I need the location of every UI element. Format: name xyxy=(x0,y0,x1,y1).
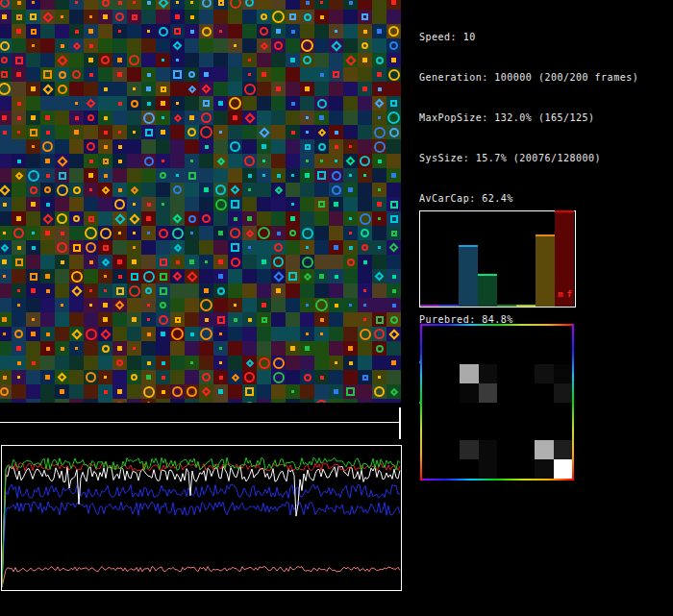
organism-marker xyxy=(100,329,111,339)
organism-marker xyxy=(46,347,50,351)
organism-marker xyxy=(176,174,179,177)
organism-marker xyxy=(174,244,182,252)
world-cell xyxy=(127,370,141,384)
world-cell xyxy=(12,0,26,10)
organism-marker xyxy=(229,97,241,110)
world-cell xyxy=(286,168,300,183)
world-cell xyxy=(55,298,69,312)
world-cell xyxy=(314,139,329,154)
world-cell xyxy=(300,283,314,298)
world-cell xyxy=(12,226,26,240)
world-cell xyxy=(55,211,69,226)
world-cell xyxy=(386,38,401,53)
stat-avcarcap: AvCarCap: 62.4% xyxy=(419,189,638,209)
organism-marker xyxy=(363,174,366,177)
world-cell xyxy=(98,226,112,240)
world-cell xyxy=(213,370,228,384)
organism-marker xyxy=(262,160,265,162)
organism-marker xyxy=(273,357,285,369)
world-cell xyxy=(242,384,257,399)
world-cell xyxy=(314,399,329,403)
organism-marker xyxy=(143,271,155,283)
organism-marker xyxy=(218,389,223,394)
world-cell xyxy=(141,10,156,24)
world-cell xyxy=(156,24,170,38)
world-cell xyxy=(257,298,271,312)
bar-cap xyxy=(497,305,516,307)
organism-marker xyxy=(3,203,7,207)
world-cell xyxy=(286,154,300,168)
organism-marker xyxy=(348,346,353,351)
world-cell xyxy=(12,183,26,197)
world-cell xyxy=(127,255,141,269)
world-cell xyxy=(98,370,112,384)
world-cell xyxy=(300,168,314,183)
matrix-cell xyxy=(535,421,554,440)
organism-marker xyxy=(45,375,50,380)
world-cell xyxy=(257,226,271,240)
world-cell xyxy=(358,370,372,384)
world-cell xyxy=(199,154,213,168)
world-cell xyxy=(0,53,12,67)
world-cell xyxy=(40,82,55,96)
world-cell xyxy=(271,197,286,211)
world-cell xyxy=(228,240,242,255)
organism-marker xyxy=(202,214,211,223)
world-cell xyxy=(386,255,401,269)
world-cell xyxy=(358,226,372,240)
organism-marker xyxy=(17,116,21,120)
organism-marker xyxy=(46,174,50,178)
world-cell xyxy=(314,269,329,283)
organism-marker xyxy=(387,111,400,124)
world-cell xyxy=(314,38,329,53)
world-cell xyxy=(40,183,55,197)
world-cell xyxy=(358,183,372,197)
organism-marker xyxy=(335,304,338,308)
organism-marker xyxy=(262,317,267,323)
world-cell xyxy=(156,283,170,298)
organism-marker xyxy=(204,288,209,293)
world-cell xyxy=(112,67,127,82)
bar-fill xyxy=(536,234,555,307)
world-cell xyxy=(213,341,228,356)
matrix-cell xyxy=(441,345,461,364)
world-cell xyxy=(300,139,314,154)
world-cell xyxy=(84,183,98,197)
organism-marker xyxy=(144,402,154,403)
world-cell xyxy=(286,10,300,24)
organism-marker xyxy=(104,390,108,394)
world-cell xyxy=(343,53,358,67)
world-cell xyxy=(314,298,329,312)
world-cell xyxy=(199,183,213,197)
organism-marker xyxy=(32,246,36,250)
matrix-cell xyxy=(422,364,441,383)
organism-marker xyxy=(275,186,283,194)
organism-marker xyxy=(57,156,67,166)
world-cell xyxy=(170,298,185,312)
world-cell xyxy=(372,154,386,168)
organism-marker xyxy=(147,102,151,106)
organism-marker xyxy=(31,29,37,35)
world-cell xyxy=(199,38,213,53)
world-cell xyxy=(213,96,228,111)
world-cell xyxy=(98,298,112,312)
world-cell xyxy=(242,168,257,183)
world-cell xyxy=(257,255,271,269)
timeline-track[interactable] xyxy=(0,422,401,423)
world-cell xyxy=(286,370,300,384)
organism-marker xyxy=(334,389,338,394)
timeline-playhead[interactable] xyxy=(399,407,401,439)
world-cell xyxy=(386,154,401,168)
world-cell xyxy=(98,211,112,226)
world-cell xyxy=(26,38,40,53)
world-cell xyxy=(228,82,242,96)
organism-marker xyxy=(290,58,295,62)
world-cell xyxy=(199,226,213,240)
world-cell xyxy=(170,283,185,298)
world-cell xyxy=(257,327,271,341)
world-cell xyxy=(314,283,329,298)
organism-marker xyxy=(103,317,108,322)
organism-marker xyxy=(230,0,241,9)
world-cell xyxy=(185,341,199,356)
organism-marker xyxy=(129,285,140,297)
